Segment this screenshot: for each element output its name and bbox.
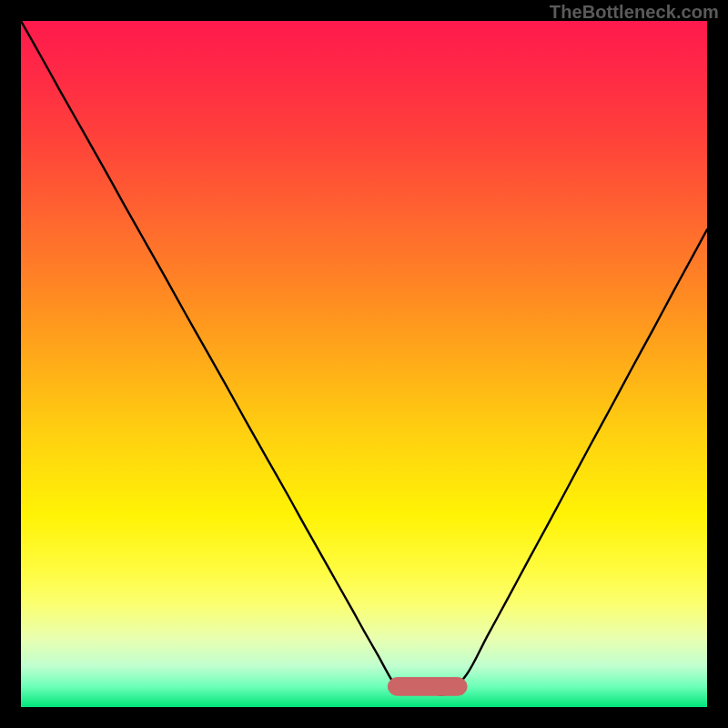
chart-stage: TheBottleneck.com [0,0,728,728]
chart-svg-layer [21,21,707,707]
chart-plot-area [21,21,707,707]
watermark-text: TheBottleneck.com [550,2,719,23]
valley-hump [388,678,467,696]
bottleneck-curve [21,21,707,694]
